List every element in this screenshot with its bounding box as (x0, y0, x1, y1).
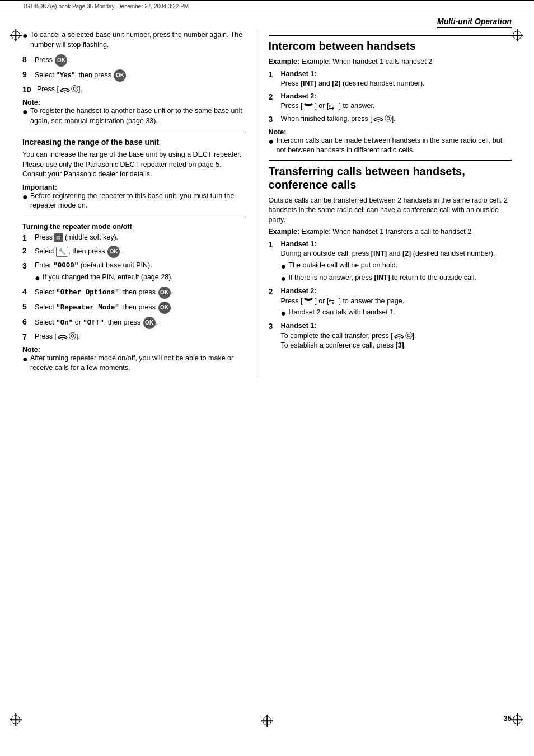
rcontent-2: Select 🔧, then press OK. (35, 246, 246, 258)
tsub-text-2: Handset 2 can talk with handset 1. (289, 308, 512, 318)
rnum-6: 6 (22, 317, 35, 327)
section-heading-intercom: Intercom between handsets (269, 39, 512, 53)
left-column: ● To cancel a selected base unit number,… (22, 30, 257, 377)
tcontent-3: Handset 1: To complete the call transfer… (281, 321, 512, 351)
ok-btn-r6: OK (143, 317, 156, 329)
corner-mark-bottom-left (11, 715, 21, 725)
example-1-text: Example: Example: When handset 1 calls h… (269, 57, 512, 67)
page-number: 35 (504, 714, 512, 722)
rcontent-5: Select "Repeater Mode", then press OK. (35, 302, 246, 314)
section-range-body: You can increase the range of the base u… (22, 150, 246, 180)
intercom-note-bullet: ● Intercom calls can be made between han… (269, 136, 512, 156)
off-hook-icon-i3 (373, 114, 384, 122)
step-sub-bullet-3: ● If you changed the PIN, enter it (page… (35, 273, 246, 283)
tsub-text-1a: The outside call will be put on hold. (289, 261, 512, 271)
intro-bullet-text: To cancel a selected base unit number, p… (30, 30, 246, 50)
section-heading-range: Increasing the range of the base unit (22, 138, 246, 147)
corner-mark-top-right (513, 31, 523, 41)
rcontent-4: Select "Other Options", then press OK. (35, 287, 246, 299)
transfer-icon: ⇆ (329, 103, 339, 110)
off-hook-icon-r7 (57, 332, 68, 340)
rnum-2: 2 (22, 246, 35, 256)
corner-mark-bottom-right (513, 715, 523, 725)
bullet-icon-important: ● (22, 191, 30, 202)
repeater-step-7: 7 Press [ⓞ]. (22, 332, 246, 342)
icontent-3: When finished talking, press [ⓞ]. (281, 114, 512, 124)
intercom-step-2: 2 Handset 2: Press [] or [⇆] to answer. (269, 92, 512, 111)
intercom-step-3: 3 When finished talking, press [ⓞ]. (269, 114, 512, 124)
important-bullet-1: ● Before registering the repeater to thi… (22, 191, 246, 211)
phone-answer-icon-2 (303, 297, 314, 304)
t-handset2-label: Handset 2: (281, 287, 317, 295)
repeater-step-4: 4 Select "Other Options", then press OK. (22, 287, 246, 299)
ok-btn-r2: OK (107, 246, 120, 258)
ok-btn-r5: OK (158, 302, 171, 314)
inum-1: 1 (269, 69, 281, 79)
handset2-label: Handset 2: (281, 92, 317, 100)
sub-bullet-text-3: If you changed the PIN, enter it (page 2… (43, 273, 246, 283)
intercom-note: Note: ● Intercom calls can be made betwe… (269, 128, 512, 156)
bullet-item: ● To cancel a selected base unit number,… (22, 30, 246, 50)
divider-right-top (269, 35, 512, 36)
intro-bullets: ● To cancel a selected base unit number,… (22, 30, 246, 50)
note-section-1: Note: ● To register the handset to anoth… (22, 98, 246, 126)
repeater-step-1: 1 Press ▤ (middle soft key). (22, 233, 246, 243)
off-hook-icon (59, 85, 71, 93)
transfer-step-1: 1 Handset 1: During an outside call, pre… (269, 240, 512, 284)
header-area: Multi-unit Operation (0, 12, 534, 30)
intercom-note-label: Note: (269, 128, 287, 136)
tcontent-1: Handset 1: During an outside call, press… (281, 240, 512, 284)
rnum-5: 5 (22, 302, 35, 312)
repeater-step-5: 5 Select "Repeater Mode", then press OK. (22, 302, 246, 314)
top-bar: TG1850NZ(e).book Page 35 Monday, Decembe… (0, 0, 534, 12)
step-content-10: Press [ⓞ]. (37, 84, 246, 95)
rnum-7: 7 (22, 332, 35, 342)
example2-label: Example: (269, 228, 300, 236)
rnum-4: 4 (22, 287, 35, 297)
content-area: ● To cancel a selected base unit number,… (0, 30, 534, 377)
divider-1 (22, 132, 246, 132)
step-content-9: Select "Yes", then press OK. (35, 69, 246, 82)
icontent-2: Handset 2: Press [] or [⇆] to answer. (281, 92, 512, 111)
example-label: Example: (269, 58, 300, 65)
transfer-step-2: 2 Handset 2: Press [] or [⇆] to answer t… (269, 287, 512, 318)
tnum-1: 1 (269, 240, 281, 250)
tsub-bullet-icon-1b: ● (281, 273, 289, 284)
repeater-step-2: 2 Select 🔧, then press OK. (22, 246, 246, 258)
rcontent-1: Press ▤ (middle soft key). (35, 233, 246, 243)
corner-mark-top-left (11, 31, 21, 41)
tsub-bullet-1a: ● The outside call will be put on hold. (281, 261, 512, 271)
tnum-3: 3 (269, 321, 281, 331)
step-8: 8 Press OK. (22, 54, 246, 67)
tsub-bullet-icon-2: ● (281, 308, 289, 318)
ok-button-icon: OK (55, 54, 67, 67)
file-info: TG1850NZ(e).book Page 35 Monday, Decembe… (22, 3, 189, 10)
tsub-text-1b: If there is no answer, press [INT] to re… (289, 273, 512, 283)
section-heading-transfer: Transferring calls between handsets, con… (269, 165, 512, 191)
example2-content: Example: When handset 1 transfers a call… (302, 228, 472, 236)
inum-3: 3 (269, 114, 281, 124)
sub-bullet-icon: ● (35, 273, 43, 283)
step-num-9: 9 (22, 69, 35, 79)
step-9: 9 Select "Yes", then press OK. (22, 69, 246, 82)
tcontent-2: Handset 2: Press [] or [⇆] to answer the… (281, 287, 512, 318)
bullet-icon-intercom: ● (269, 136, 277, 147)
divider-2 (22, 217, 246, 217)
transfer-step-3: 3 Handset 1: To complete the call transf… (269, 321, 512, 351)
note-bullet-text-1: To register the handset to another base … (30, 106, 246, 126)
phone-answer-icon (303, 102, 314, 110)
rcontent-6: Select "On" or "Off", then press OK. (35, 317, 246, 329)
repeater-step-3: 3 Enter "0000" (default base unit PIN). … (22, 261, 246, 284)
soft-key-icon: ▤ (54, 233, 63, 242)
note-label-2: Note: (22, 346, 40, 354)
note-section-2: Note: ● After turning repeater mode on/o… (22, 345, 246, 373)
intercom-note-text: Intercom calls can be made between hands… (277, 136, 512, 156)
t-handset1-label-3: Handset 1: (281, 322, 317, 330)
intercom-step-1: 1 Handset 1: Press [INT] and [2] (desire… (269, 69, 512, 89)
rcontent-7: Press [ⓞ]. (35, 332, 246, 342)
bullet-icon-note: ● (22, 106, 30, 117)
bullet-icon-note2: ● (22, 354, 30, 364)
tsub-bullet-2: ● Handset 2 can talk with handset 1. (281, 308, 512, 318)
inum-2: 2 (269, 92, 281, 102)
off-hook-icon-t3 (394, 331, 405, 339)
